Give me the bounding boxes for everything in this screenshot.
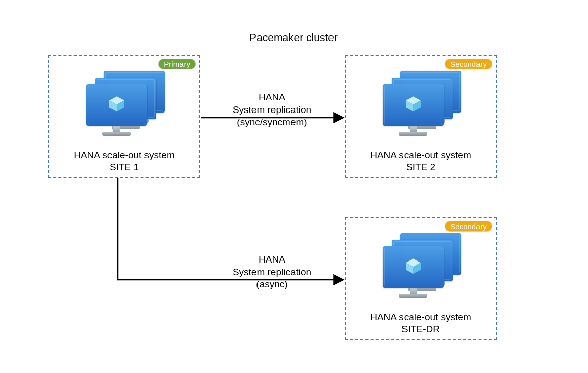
svg-marker-24 [406, 258, 421, 267]
svg-marker-17 [413, 100, 421, 111]
vm-icon [86, 84, 147, 136]
svg-marker-15 [406, 96, 421, 104]
site2-caption: HANA scale-out system SITE 2 [346, 149, 496, 174]
sitedr-badge: Secondary [445, 221, 492, 232]
svg-marker-16 [406, 100, 413, 111]
svg-marker-8 [117, 100, 124, 111]
cube-icon [404, 95, 422, 113]
site2-badge: Secondary [445, 59, 492, 69]
sitedr-vm-stack [378, 233, 464, 304]
site2-box: Secondary HANA scale-out system SITE 2 [345, 55, 497, 178]
arrow1-label: HANA System replication (sync/syncmem) [200, 91, 344, 129]
svg-marker-7 [109, 100, 117, 111]
cube-icon [107, 95, 126, 113]
cube-icon [404, 257, 422, 275]
arrow2-label: HANA System replication (async) [200, 253, 344, 291]
vm-icon [383, 246, 444, 298]
site2-vm-stack [378, 71, 464, 142]
site1-box: Primary HANA scale-out system SITE 1 [48, 55, 200, 178]
vm-icon [383, 84, 444, 136]
sitedr-box: Secondary HANA scale-out system SITE-DR [345, 217, 497, 340]
svg-marker-26 [413, 263, 421, 274]
svg-marker-25 [406, 263, 413, 274]
site1-badge: Primary [158, 59, 196, 69]
site1-vm-stack [81, 71, 167, 142]
site1-caption: HANA scale-out system SITE 1 [49, 149, 199, 174]
cluster-title: Pacemaker cluster [18, 31, 569, 44]
sitedr-caption: HANA scale-out system SITE-DR [346, 311, 496, 336]
svg-marker-6 [109, 96, 124, 104]
